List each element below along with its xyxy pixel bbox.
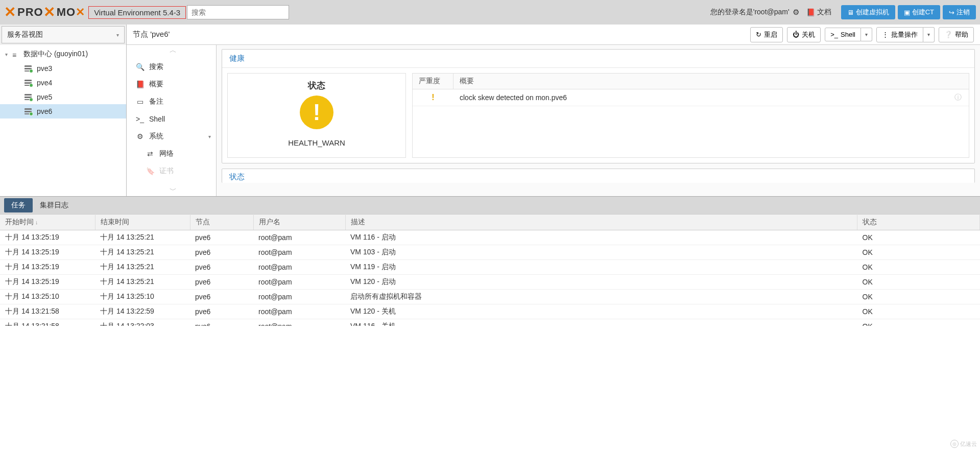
restart-icon: ↻ xyxy=(756,31,761,38)
col-status[interactable]: 状态 xyxy=(857,215,980,230)
health-panel-title: 健康 xyxy=(222,50,974,68)
tasks-table: 开始时间 结束时间 节点 用户名 描述 状态 十月 14 13:25:19十月 … xyxy=(0,214,980,326)
bottom-log-panel: 任务 集群日志 开始时间 结束时间 节点 用户名 描述 状态 十月 14 13:… xyxy=(0,196,980,326)
chevron-down-icon: ▾ xyxy=(116,32,119,38)
task-row[interactable]: 十月 14 13:21:58十月 14 13:22:59pve6root@pam… xyxy=(0,304,980,319)
health-status-box: 状态 ! HEALTH_WARN xyxy=(227,73,406,158)
sidenav-item-shell[interactable]: >_Shell xyxy=(130,110,216,128)
shell-button[interactable]: >_Shell xyxy=(825,28,861,41)
tree-node-pve5[interactable]: pve5 xyxy=(0,90,126,104)
book-icon: 📕 xyxy=(806,8,815,16)
col-end-time[interactable]: 结束时间 xyxy=(95,215,190,230)
alert-row[interactable]: !clock skew detected on mon.pve6ⓘ xyxy=(413,89,969,106)
bulk-dropdown-caret[interactable]: ▾ xyxy=(923,27,935,42)
sidenav-item-search[interactable]: 🔍搜索 xyxy=(130,58,216,76)
resource-tree: ▾ 数据中心 (guoyin01) pve3pve4pve5pve6 xyxy=(0,45,126,196)
status-panel-title: 状态 xyxy=(222,169,974,183)
col-severity: 严重度 xyxy=(413,74,453,89)
sidenav-item-label: 网络 xyxy=(159,149,174,158)
sidenav-item-label: 证书 xyxy=(159,167,174,176)
datacenter-icon xyxy=(12,51,20,57)
task-row[interactable]: 十月 14 13:25:10十月 14 13:25:10pve6root@pam… xyxy=(0,290,980,304)
server-icon xyxy=(23,65,33,72)
monitor-icon: 🖥 xyxy=(847,9,854,16)
sidenav-item-cert[interactable]: 🔖证书 xyxy=(130,162,216,180)
logo-x-icon-2: ✕ xyxy=(43,5,56,19)
settings-gear-icon[interactable]: ⚙ xyxy=(793,8,799,17)
health-status-text: HEALTH_WARN xyxy=(288,138,345,147)
tree-node-pve3[interactable]: pve3 xyxy=(0,61,126,76)
sidenav-scroll-down[interactable]: ﹀ xyxy=(130,185,216,196)
restart-button[interactable]: ↻重启 xyxy=(750,27,783,42)
sidenav-item-label: 概要 xyxy=(149,80,163,89)
brand-logo: ✕ PRO✕MO✕ xyxy=(4,5,85,19)
docs-label: 文档 xyxy=(817,8,831,17)
swap-icon: ⇄ xyxy=(146,150,154,158)
create-vm-button[interactable]: 🖥创建虚拟机 xyxy=(841,5,895,19)
col-node[interactable]: 节点 xyxy=(190,215,253,230)
main-row: 服务器视图 ▾ ▾ 数据中心 (guoyin01) pve3pve4pve5pv… xyxy=(0,25,980,196)
task-row[interactable]: 十月 14 13:25:19十月 14 13:25:21pve6root@pam… xyxy=(0,230,980,245)
tree-node-pve4[interactable]: pve4 xyxy=(0,76,126,90)
task-row[interactable]: 十月 14 13:25:19十月 14 13:25:21pve6root@pam… xyxy=(0,260,980,275)
server-icon xyxy=(23,80,33,86)
terminal-icon: >_ xyxy=(830,31,838,38)
logo-x-icon-3: ✕ xyxy=(76,6,85,19)
col-start-time[interactable]: 开始时间 xyxy=(0,215,95,230)
tree-node-label: pve3 xyxy=(37,64,52,73)
tab-cluster-log[interactable]: 集群日志 xyxy=(33,198,76,212)
sidenav-item-note[interactable]: ▭备注 xyxy=(130,93,216,110)
help-icon: ❔ xyxy=(944,31,952,38)
collapse-icon[interactable]: ▾ xyxy=(5,52,12,57)
info-icon[interactable]: ⓘ xyxy=(954,93,969,102)
col-user[interactable]: 用户名 xyxy=(253,215,345,230)
tree-root-datacenter[interactable]: ▾ 数据中心 (guoyin01) xyxy=(0,47,126,61)
shell-split-button[interactable]: >_Shell ▾ xyxy=(825,28,872,41)
create-ct-button[interactable]: ▣创建CT xyxy=(898,5,940,19)
status-heading: 状态 xyxy=(308,80,325,91)
chevron-down-icon: ▾ xyxy=(208,134,211,139)
shutdown-button[interactable]: ⏻关机 xyxy=(787,27,821,42)
tasks-scroll[interactable]: 开始时间 结束时间 节点 用户名 描述 状态 十月 14 13:25:19十月 … xyxy=(0,214,980,326)
task-row[interactable]: 十月 14 13:25:19十月 14 13:25:21pve6root@pam… xyxy=(0,275,980,290)
gear-icon: ⚙ xyxy=(136,132,144,140)
node-toolbar: 节点 'pve6' ↻重启 ⏻关机 >_Shell ▾ ⋮批量操作 ▾ ❔帮助 xyxy=(127,25,980,45)
dashboard-area: 健康 状态 ! HEALTH_WARN 严重度 概要 !cloc xyxy=(217,45,980,196)
tree-node-label: pve6 xyxy=(37,107,52,115)
col-summary: 概要 xyxy=(453,74,480,89)
bulk-split-button[interactable]: ⋮批量操作 ▾ xyxy=(876,27,935,42)
logo-x-icon: ✕ xyxy=(4,5,16,19)
power-icon: ⏻ xyxy=(793,31,799,38)
book-icon: 📕 xyxy=(136,80,144,88)
shell-icon: >_ xyxy=(136,115,144,123)
sidenav-item-book[interactable]: 📕概要 xyxy=(130,76,216,93)
tree-node-label: pve5 xyxy=(37,93,52,101)
server-icon xyxy=(23,108,33,114)
node-title: 节点 'pve6' xyxy=(133,30,746,39)
brand-suffix: MO xyxy=(57,6,76,19)
docs-link[interactable]: 📕文档 xyxy=(806,8,831,17)
alert-message: clock skew detected on mon.pve6 xyxy=(453,89,954,106)
tree-node-pve6[interactable]: pve6 xyxy=(0,104,126,118)
tab-tasks[interactable]: 任务 xyxy=(4,198,33,212)
logout-button[interactable]: ↪注销 xyxy=(943,5,976,19)
col-desc[interactable]: 描述 xyxy=(345,215,857,230)
sidenav-item-swap[interactable]: ⇄网络 xyxy=(130,145,216,162)
sidenav-item-label: 备注 xyxy=(149,97,163,106)
server-icon xyxy=(23,94,33,100)
note-icon: ▭ xyxy=(136,98,144,106)
task-row[interactable]: 十月 14 13:21:58十月 14 13:22:03pve6root@pam… xyxy=(0,319,980,326)
shell-dropdown-caret[interactable]: ▾ xyxy=(861,28,872,41)
task-row[interactable]: 十月 14 13:25:19十月 14 13:25:21pve6root@pam… xyxy=(0,245,980,260)
tree-node-label: pve4 xyxy=(37,79,52,87)
ellipsis-icon: ⋮ xyxy=(882,31,889,38)
view-selector-dropdown[interactable]: 服务器视图 ▾ xyxy=(2,26,125,43)
bulk-actions-button[interactable]: ⋮批量操作 xyxy=(876,27,923,42)
health-alerts-table: 严重度 概要 !clock skew detected on mon.pve6ⓘ xyxy=(412,73,969,158)
sidenav-item-gear[interactable]: ⚙系统▾ xyxy=(130,128,216,145)
help-button[interactable]: ❔帮助 xyxy=(939,27,974,42)
resource-tree-panel: 服务器视图 ▾ ▾ 数据中心 (guoyin01) pve3pve4pve5pv… xyxy=(0,25,127,196)
global-search-input[interactable] xyxy=(187,5,289,19)
sidenav-scroll-up[interactable]: ︿ xyxy=(130,45,216,56)
alert-severity-icon: ! xyxy=(413,93,453,102)
